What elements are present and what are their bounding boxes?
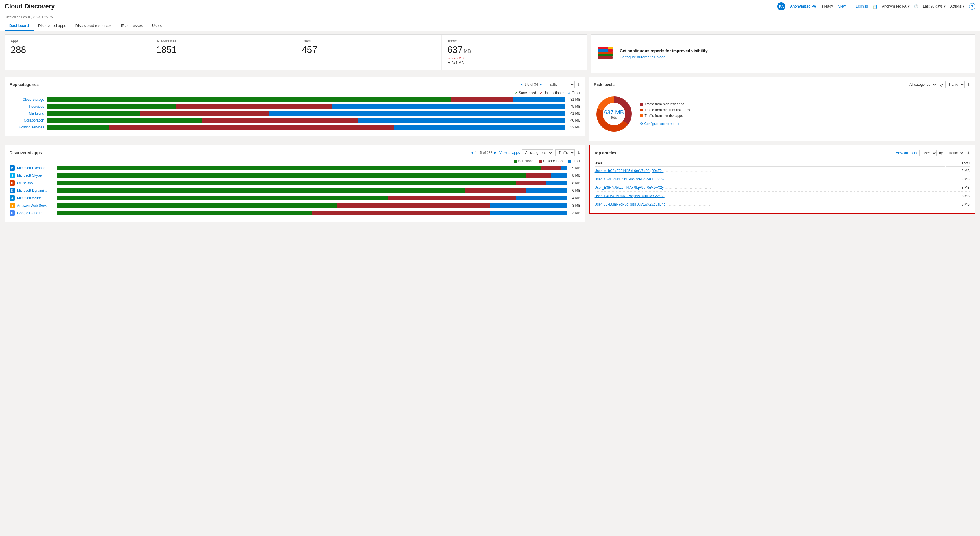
- actions-dropdown[interactable]: Actions ▾: [950, 4, 964, 8]
- entity-type-dropdown[interactable]: User: [920, 149, 937, 157]
- entities-table: User Total User_A1bC2dE3fH4iJ5kL6mN7oP8q…: [594, 159, 970, 209]
- tab-users[interactable]: Users: [147, 21, 166, 30]
- entity-user-cell: User_H4iJ5kL6mN7oP8qR9sT0uV1wX2yZ3a ....…: [595, 192, 945, 200]
- cat-bar-sanctioned: [46, 104, 176, 109]
- dismiss-link[interactable]: Dismiss: [856, 4, 868, 8]
- app-bar-value: 9 MB: [569, 166, 581, 170]
- top-entities-controls: View all users User by Traffic ⬇: [896, 149, 970, 157]
- risk-traffic-dropdown[interactable]: Traffic: [945, 81, 965, 88]
- cat-bar-label[interactable]: IT services: [10, 105, 44, 108]
- entity-traffic-dropdown[interactable]: Traffic: [945, 149, 964, 157]
- download-risk-levels[interactable]: ⬇: [967, 82, 970, 87]
- help-button[interactable]: ?: [969, 3, 975, 10]
- configure-score-link[interactable]: ⚙ Configure score metric: [640, 122, 690, 126]
- entity-dots: .....................................: [665, 177, 944, 181]
- apps-label: Apps: [11, 39, 145, 43]
- app-bar-other: [515, 196, 566, 200]
- app-bar-row: G Google Cloud Pl... 3 MB: [10, 211, 581, 216]
- configure-upload-link[interactable]: Configure automatic upload: [620, 55, 666, 59]
- traffic-down: ▼ 341 MB: [447, 61, 581, 65]
- cat-bar-label[interactable]: Marketing: [10, 111, 44, 116]
- apps-category-dropdown[interactable]: All categories: [522, 149, 553, 156]
- users-value: 457: [302, 44, 436, 55]
- legend-other: ✔ Other: [568, 91, 581, 95]
- app-bar-row: O Office 365 8 MB: [10, 181, 581, 186]
- traffic-value: 637: [447, 44, 463, 55]
- cat-bar-unsanctioned: [108, 125, 394, 130]
- apps-traffic-dropdown[interactable]: Traffic: [555, 149, 575, 156]
- cat-bar-label[interactable]: Cloud storage: [10, 98, 44, 101]
- view-all-users-link[interactable]: View all users: [896, 151, 917, 155]
- cat-bar-row: Collaboration 40 MB: [10, 118, 581, 123]
- download-apps[interactable]: ⬇: [577, 151, 581, 155]
- entity-user-link[interactable]: User_H4iJ5kL6mN7oP8qR9sT0uV1wX2yZ3a: [595, 194, 665, 198]
- entity-dots: .....................................: [666, 194, 944, 198]
- app-bar-value: 8 MB: [569, 181, 581, 185]
- app-bar-other: [490, 203, 567, 208]
- entity-user-link[interactable]: User_J5kL6mN7oP8qR9sT0uV1wX2yZ3aB4c: [595, 202, 665, 206]
- app-categories-title: App categories: [10, 82, 39, 87]
- app-name[interactable]: Microsoft Exchang...: [17, 166, 54, 170]
- risk-category-dropdown[interactable]: All categories: [906, 81, 937, 88]
- app-categories-dropdown[interactable]: Traffic Users Transactions: [545, 81, 575, 88]
- svg-rect-4: [598, 56, 612, 59]
- app-name[interactable]: Amazon Web Serv...: [17, 203, 54, 208]
- cat-bar-other: [332, 104, 565, 109]
- app-bar-other: [490, 211, 567, 215]
- high-risk-dot: [640, 103, 643, 106]
- time-range-dropdown[interactable]: Last 90 days ▾: [923, 4, 946, 8]
- main-content: Apps 288 IP addresses 1851 Users 457 Tra…: [0, 31, 980, 226]
- apps-legend: Sanctioned Unsanctioned Other: [10, 159, 581, 163]
- app-name[interactable]: Office 365: [17, 181, 54, 185]
- view-link[interactable]: View: [838, 4, 846, 8]
- cat-bar-unsanctioned: [176, 104, 332, 109]
- next-apps-btn[interactable]: ►: [493, 151, 497, 155]
- entity-user-link[interactable]: User_E3fH4iJ5kL6mN7oP8qR9sT0uV1wX2y: [595, 186, 664, 190]
- app-icon: G: [10, 211, 15, 216]
- app-name[interactable]: Google Cloud Pl...: [17, 211, 54, 215]
- app-bar-sanctioned: [57, 203, 337, 208]
- entity-dots: .....................................: [665, 169, 944, 173]
- app-name[interactable]: Microsoft Skype f...: [17, 173, 54, 178]
- chevron-down-icon: ▾: [908, 4, 910, 8]
- donut-area: 637 MB Total Traffic from high risk apps…: [594, 91, 970, 137]
- app-bar-container: [57, 181, 567, 185]
- app-categories-bars: Cloud storage 81 MB IT services 45 MB Ma…: [10, 97, 581, 130]
- cat-bar-label[interactable]: Hosting services: [10, 125, 44, 129]
- top-entities-col: Top entities View all users User by Traf…: [589, 145, 975, 222]
- entity-row: User_H4iJ5kL6mN7oP8qR9sT0uV1wX2yZ3a ....…: [595, 192, 970, 200]
- next-page-btn[interactable]: ►: [539, 82, 543, 87]
- app-bar-row: A Microsoft Azure 4 MB: [10, 195, 581, 201]
- high-risk-label: Traffic from high risk apps: [645, 102, 684, 106]
- app-name[interactable]: Microsoft Azure: [17, 196, 54, 200]
- prev-apps-btn[interactable]: ◄: [471, 151, 474, 155]
- tab-discovered-resources[interactable]: Discovered resources: [71, 21, 116, 30]
- report-dropdown[interactable]: Anonymized PA ▾: [882, 4, 910, 8]
- download-app-categories[interactable]: ⬇: [577, 82, 581, 87]
- tab-dashboard[interactable]: Dashboard: [5, 21, 33, 30]
- risk-levels-title: Risk levels: [594, 82, 615, 87]
- download-entities[interactable]: ⬇: [967, 151, 970, 155]
- entity-user-cell: User_C2dE3fH4iJ5kL6mN7oP8qR9sT0uV1w ....…: [595, 176, 945, 183]
- cat-bar-unsanctioned: [451, 97, 513, 102]
- app-bar-unsanctioned: [312, 211, 490, 215]
- entity-total-cell: 3 MB: [946, 201, 970, 208]
- view-all-apps-link[interactable]: View all apps: [500, 151, 520, 155]
- app-bar-row: a Amazon Web Serv... 3 MB: [10, 203, 581, 208]
- entity-user-link[interactable]: User_A1bC2dE3fH4iJ5kL6mN7oP8qR9sT0u: [595, 169, 664, 173]
- tab-discovered-apps[interactable]: Discovered apps: [33, 21, 71, 30]
- app-name[interactable]: Microsoft Dynami...: [17, 189, 54, 192]
- apps-legend-sanctioned: Sanctioned: [514, 159, 536, 163]
- tab-ip-addresses[interactable]: IP addresses: [116, 21, 147, 30]
- prev-page-btn[interactable]: ◄: [520, 82, 523, 87]
- app-bar-other: [551, 173, 567, 178]
- app-bar-unsanctioned: [465, 189, 526, 192]
- notification-status: is ready.: [821, 4, 834, 8]
- summary-card-apps: Apps 288: [5, 35, 151, 70]
- app-bar-value: 8 MB: [569, 173, 581, 178]
- risk-low: Traffic from low risk apps: [640, 114, 690, 118]
- cat-bar-container: [46, 111, 565, 116]
- cat-bar-value: 45 MB: [568, 105, 581, 108]
- entity-user-link[interactable]: User_C2dE3fH4iJ5kL6mN7oP8qR9sT0uV1w: [595, 177, 664, 181]
- cat-bar-label[interactable]: Collaboration: [10, 118, 44, 122]
